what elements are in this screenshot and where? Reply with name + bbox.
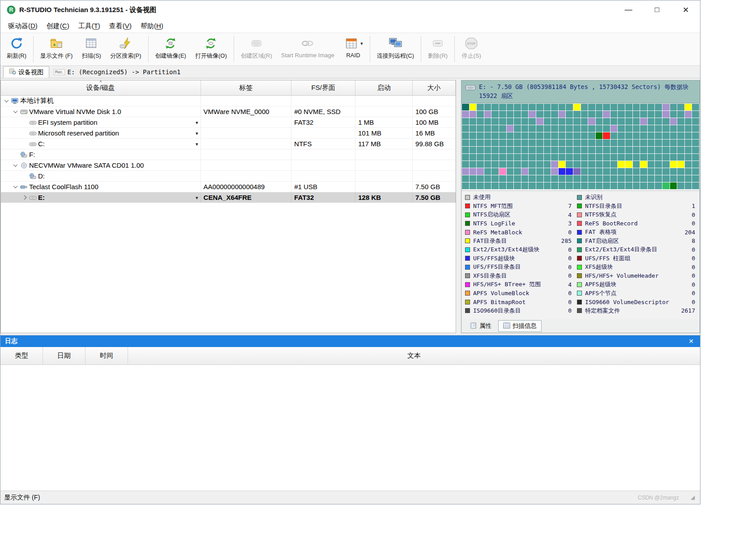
partition-dropdown-icon[interactable]: ▾ (196, 141, 198, 147)
scan-block (529, 104, 536, 110)
log-panel: 日志 ✕ 类型日期时间文本 (0, 335, 700, 491)
scan-block (499, 104, 506, 110)
legend-swatch (577, 195, 582, 200)
scan-block (633, 140, 640, 146)
scan-block (514, 118, 521, 125)
svg-text:STOP: STOP (467, 42, 476, 45)
device-row[interactable]: C:▾NTFS117 MB99.88 GB (1, 139, 456, 149)
connect-remote-button[interactable]: 连接到远程(C) (372, 34, 419, 64)
log-close-icon[interactable]: ✕ (687, 338, 696, 345)
scan-block (611, 168, 618, 175)
scan-block (544, 175, 551, 182)
column-header-4[interactable]: 大小 (413, 80, 456, 95)
log-column-headers: 类型日期时间文本 (0, 347, 700, 365)
device-row[interactable]: Teclast CoolFlash 1100AA00000000000489#1… (1, 182, 456, 192)
chevron-slot (12, 164, 19, 167)
maximize-button[interactable]: □ (643, 0, 671, 19)
scan-block (588, 147, 595, 153)
scan-info-icon (503, 322, 510, 330)
column-header-2[interactable]: FS/界面 (291, 80, 355, 95)
device-row[interactable]: 本地计算机 (1, 96, 456, 106)
device-row[interactable]: E:▾CENA_X64FREFAT32128 KB7.50 GB (1, 192, 456, 203)
create-image-button[interactable]: 创建镜像(E) (151, 34, 191, 64)
legend-swatch (465, 273, 470, 278)
column-header-label: 大小 (427, 84, 441, 92)
log-column-1[interactable]: 日期 (43, 347, 85, 364)
scan-block (625, 168, 632, 175)
device-size-cell: 99.88 GB (413, 139, 456, 149)
menu-help[interactable]: 帮助(H) (137, 21, 167, 32)
legend-label: NTFS LogFile (473, 220, 515, 227)
partition-dropdown-icon[interactable]: ▾ (196, 195, 198, 200)
scan-block (566, 168, 573, 175)
log-column-0[interactable]: 类型 (0, 347, 43, 364)
menu-tools[interactable]: 工具(T) (74, 21, 104, 32)
scan-button[interactable]: 扫描(S) (77, 34, 106, 64)
scan-block (677, 140, 684, 146)
menu-drive[interactable]: 驱动器(D) (4, 21, 42, 32)
minimize-button[interactable]: — (614, 0, 643, 19)
device-row[interactable]: D: (1, 171, 456, 182)
scan-block (491, 104, 499, 110)
scan-block (462, 161, 469, 168)
tab-properties[interactable]: 属性 (465, 320, 496, 332)
chevron-down-icon[interactable] (13, 109, 18, 113)
menu-create[interactable]: 创建(C) (43, 21, 73, 32)
disk-small-icon (465, 82, 476, 101)
scan-block (499, 161, 506, 168)
scan-block (484, 111, 491, 118)
device-boot-cell (355, 171, 413, 181)
scan-block (544, 147, 551, 153)
raid-dropdown-caret[interactable]: ▾ (360, 41, 363, 47)
chevron-down-icon[interactable] (13, 162, 18, 167)
log-title-bar: 日志 ✕ (0, 335, 700, 347)
open-image-button[interactable]: 打开镜像(O) (191, 34, 231, 64)
device-name: Microsoft reserved partition (38, 129, 119, 137)
scan-block (544, 111, 551, 118)
tab-scan-info[interactable]: 扫描信息 (498, 320, 542, 332)
scan-block (536, 168, 543, 175)
scan-block (648, 154, 655, 161)
scan-map[interactable] (461, 103, 700, 191)
scan-block (670, 104, 677, 110)
scan-block (603, 118, 610, 125)
partition-dropdown-icon[interactable]: ▾ (196, 130, 198, 136)
chevron-down-icon[interactable] (4, 98, 9, 102)
device-row[interactable]: EFI system partition▾FAT321 MB100 MB (1, 117, 456, 128)
partition-search-button[interactable]: 分区搜索(P) (106, 34, 145, 64)
device-name: EFI system partition (38, 119, 98, 126)
scan-block (470, 182, 477, 189)
tab-device-view[interactable]: 设备视图 (3, 66, 49, 78)
close-button[interactable]: ✕ (671, 0, 700, 19)
chevron-down-icon[interactable] (13, 184, 18, 188)
resize-grip-icon[interactable]: ◢ (691, 495, 696, 500)
show-files-button[interactable]: +显示文件 (F) (36, 34, 77, 64)
device-row[interactable]: NECVMWar VMware SATA CD01 1.00 (1, 160, 456, 171)
chevron-right-icon[interactable] (22, 195, 27, 200)
legend-item: XFS目录条目0 (465, 271, 573, 280)
scan-block (611, 154, 618, 161)
column-header-0[interactable]: 设备/磁盘˄ (1, 80, 201, 95)
legend-label: NTFS目录条目 (585, 202, 622, 210)
device-row[interactable]: Microsoft reserved partition▾101 MB16 MB (1, 128, 456, 139)
scan-block (566, 175, 573, 182)
scan-block (603, 111, 610, 118)
legend-count: 0 (568, 229, 573, 236)
scan-block (625, 175, 632, 182)
partition-dropdown-icon[interactable]: ▾ (196, 119, 198, 125)
scan-block (462, 111, 469, 118)
log-column-3[interactable]: 文本 (128, 347, 700, 364)
refresh-button[interactable]: 刷新(R) (2, 34, 31, 64)
device-row[interactable]: VMware Virtual NVMe Disk 1.0VMWare NVME_… (1, 106, 456, 117)
raid-button[interactable]: ▾RAID (339, 34, 367, 64)
log-column-2[interactable]: 时间 (85, 347, 128, 364)
scan-block (491, 140, 499, 146)
scan-block (588, 175, 595, 182)
column-header-3[interactable]: 启动 (355, 80, 413, 95)
scan-block (507, 182, 514, 189)
menu-view[interactable]: 查看(V) (105, 21, 136, 32)
device-label-cell: VMWare NVME_0000 (201, 106, 292, 117)
device-name: 本地计算机 (20, 97, 54, 105)
column-header-1[interactable]: 标签 (201, 80, 292, 95)
device-row[interactable]: F: (1, 149, 456, 160)
